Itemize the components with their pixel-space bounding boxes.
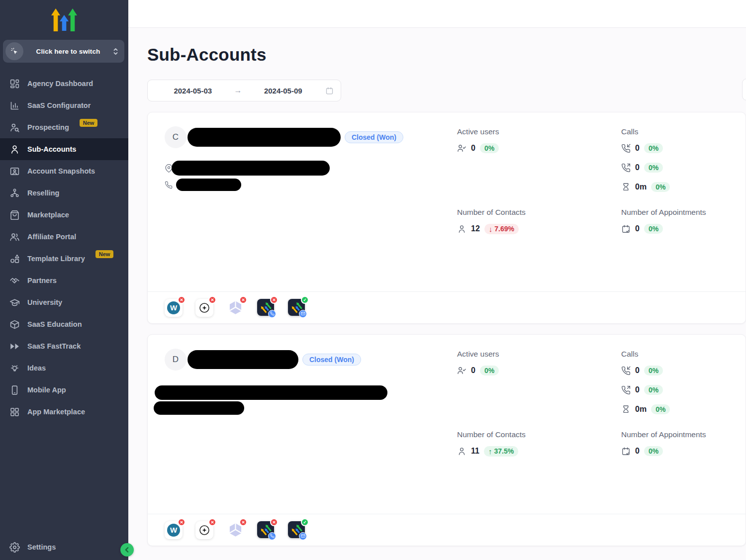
click-cursor-icon [5,42,23,60]
appointments-stat: Number of Appointments 0 0% [621,430,729,465]
subaccount-card[interactable]: C Closed (Won) [147,112,746,324]
phone-incoming-icon [621,366,631,375]
sidebar-item-saas-configurator[interactable]: SaaS Configurator [0,94,128,116]
snapshot-icon [9,166,20,177]
redacted-account-name [187,350,298,369]
start-date[interactable]: 2024-05-03 [155,87,231,95]
sidebar-item-ideas[interactable]: Ideas [0,357,128,379]
sidebar-item-agency-dashboard[interactable]: Agency Dashboard [0,73,128,94]
smartphone-icon [9,385,20,395]
change-pill: 0% [644,143,663,153]
gohighlevel-logo [0,0,128,36]
active-users-stat: Active users 0 0% [457,127,621,200]
disconnected-badge [208,518,216,526]
integrations-row [148,514,746,546]
change-pill: 0% [644,163,663,173]
lightbulb-icon [9,363,20,373]
sidebar-item-saas-education[interactable]: SaaS Education [0,313,128,335]
topbar [128,0,746,28]
new-badge: New [80,119,98,127]
shapes-icon [9,254,20,264]
switch-account-button[interactable]: Click here to switch [3,40,124,63]
switch-account-label: Click here to switch [23,48,113,55]
arrow-down-icon: ↓ [489,225,493,233]
end-date[interactable]: 2024-05-09 [245,87,322,95]
change-pill: 0% [644,446,663,456]
user-check-icon [457,366,466,375]
disconnected-badge [208,296,216,304]
phone-outgoing-icon [621,385,631,395]
yext-integration-icon[interactable] [195,299,213,317]
shopping-bag-icon [9,210,20,220]
appointments-stat: Number of Appointments 0 0% [621,208,729,242]
gear-icon [9,542,20,553]
cube-app-integration-icon[interactable] [226,299,244,317]
connected-badge [301,296,309,304]
change-pill: ↓ 7.69% [484,224,519,234]
status-badge: Closed (Won) [345,131,403,143]
disconnected-badge [178,296,186,304]
sidebar-item-account-snapshots[interactable]: Account Snapshots [0,160,128,182]
lc-email-integration-icon[interactable] [288,521,306,539]
cube-app-integration-icon[interactable] [226,521,244,539]
sidebar-item-reselling[interactable]: Reselling [0,182,128,204]
change-pill: 0% [644,385,663,395]
sidebar-item-template-library[interactable]: Template Library New [0,248,128,270]
sidebar-item-partners[interactable]: Partners [0,270,128,291]
offscreen-control[interactable] [742,79,746,100]
sidebar-item-saas-fasttrack[interactable]: SaaS FastTrack [0,335,128,357]
subaccount-card[interactable]: D Closed (Won) Active users 0 [147,334,746,546]
disconnected-badge [239,296,247,304]
avatar: C [165,126,186,148]
phone-outgoing-icon [621,163,631,173]
status-badge: Closed (Won) [302,354,361,366]
change-pill: ↑ 37.5% [484,446,518,457]
yext-integration-icon[interactable] [195,521,213,539]
sidebar-item-prospecting[interactable]: Prospecting New [0,116,128,138]
change-pill: 0% [651,404,670,414]
user-icon [9,144,20,155]
change-pill: 0% [480,143,499,153]
phone-badge-icon [268,310,276,318]
phone-icon [165,181,175,189]
network-icon [9,188,20,198]
sidebar-item-marketplace[interactable]: Marketplace [0,204,128,226]
wordpress-integration-icon[interactable] [165,521,183,539]
card-identity: D Closed (Won) [165,349,457,514]
sidebar-item-affiliate-portal[interactable]: Affiliate Portal [0,226,128,248]
lc-email-integration-icon[interactable] [288,299,306,317]
lc-phone-integration-icon[interactable] [257,521,275,539]
active-users-stat: Active users 0 0% [457,350,621,423]
fast-forward-icon [9,341,20,352]
calls-stat: Calls 0 0% 0 0% [621,350,729,423]
collapse-sidebar-button[interactable] [120,543,134,557]
wordpress-icon [167,524,180,537]
email-badge-icon [299,310,307,318]
calls-stat: Calls 0 0% 0 0% [621,127,729,200]
bar-chart-icon [9,100,20,111]
disconnected-badge [239,518,247,526]
sidebar: Click here to switch Agency Dashboard Sa… [0,0,128,560]
sidebar-item-sub-accounts[interactable]: Sub-Accounts [0,138,128,160]
sidebar-item-app-marketplace[interactable]: App Marketplace [0,401,128,423]
card-stats: Active users 0 0% Calls 0 [457,349,729,514]
date-range-picker[interactable]: 2024-05-03 → 2024-05-09 [147,80,341,101]
calendar-icon [325,87,334,95]
chevron-up-down-icon [113,47,118,56]
arrow-right-icon: → [231,86,245,95]
phone-incoming-icon [621,144,631,153]
wordpress-integration-icon[interactable] [165,299,183,317]
phone-badge-icon [268,532,276,540]
contacts-stat: Number of Contacts 12 ↓ 7.69% [457,208,621,242]
users-icon [9,232,20,242]
contacts-stat: Number of Contacts 11 ↑ 37.5% [457,430,621,465]
lc-phone-integration-icon[interactable] [257,299,275,317]
change-pill: 0% [644,366,663,375]
disconnected-badge [270,518,278,526]
sidebar-item-university[interactable]: University [0,291,128,313]
sidebar-item-mobile-app[interactable]: Mobile App [0,379,128,401]
cube-icon [9,319,20,330]
redacted-address [155,385,387,400]
disconnected-badge [178,518,186,526]
sidebar-item-settings[interactable]: Settings [0,536,128,558]
